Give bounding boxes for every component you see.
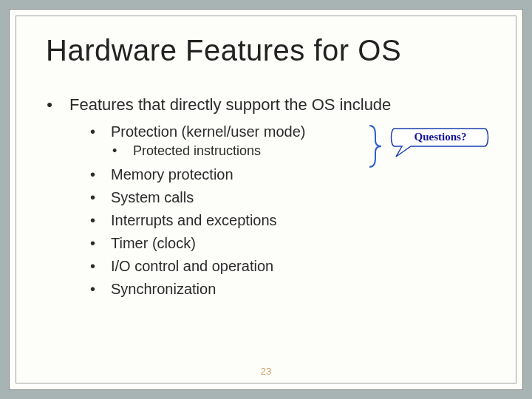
bullet-dot-icon: • — [90, 235, 98, 252]
bullet-level2-item: • Timer (clock) — [90, 235, 486, 252]
bullet-dot-icon: • — [112, 143, 120, 159]
bullet-dot-icon: • — [90, 212, 98, 229]
page-number: 23 — [16, 366, 516, 377]
bullet-dot-icon: • — [90, 281, 98, 298]
bullet-level2-item: • System calls — [90, 189, 486, 206]
item-text: Synchronization — [111, 281, 216, 298]
bullet-level2-item: • Synchronization — [90, 281, 486, 298]
brace-icon — [366, 124, 384, 168]
item-text: Memory protection — [111, 166, 233, 183]
item-text: Timer (clock) — [111, 235, 196, 252]
bullet-dot-icon: • — [90, 123, 98, 140]
slide-inner-frame: Hardware Features for OS • Features that… — [16, 16, 516, 383]
bullet-dot-icon: • — [90, 189, 98, 206]
bullet-dot-icon: • — [90, 166, 98, 183]
intro-text: Features that directly support the OS in… — [69, 95, 391, 115]
item-text: System calls — [111, 189, 194, 206]
bullet-dot-icon: • — [46, 95, 53, 115]
bullet-level2-item: • Interrupts and exceptions — [90, 212, 486, 229]
protection-text: Protection (kernel/user mode) — [111, 123, 305, 140]
bullet-level2-item: • I/O control and operation — [90, 258, 486, 275]
slide-title: Hardware Features for OS — [46, 34, 486, 67]
bullet-level1: • Features that directly support the OS … — [46, 95, 486, 115]
item-text: I/O control and operation — [111, 258, 273, 275]
bullet-dot-icon: • — [90, 258, 98, 275]
protected-instr-text: Protected instructions — [133, 143, 261, 159]
item-text: Interrupts and exceptions — [111, 212, 277, 229]
slide-outer-frame: Hardware Features for OS • Features that… — [9, 9, 523, 390]
bullet-level2-item: • Memory protection — [90, 166, 486, 183]
questions-label: Questions? — [415, 131, 467, 143]
questions-callout: Questions? — [389, 124, 491, 160]
